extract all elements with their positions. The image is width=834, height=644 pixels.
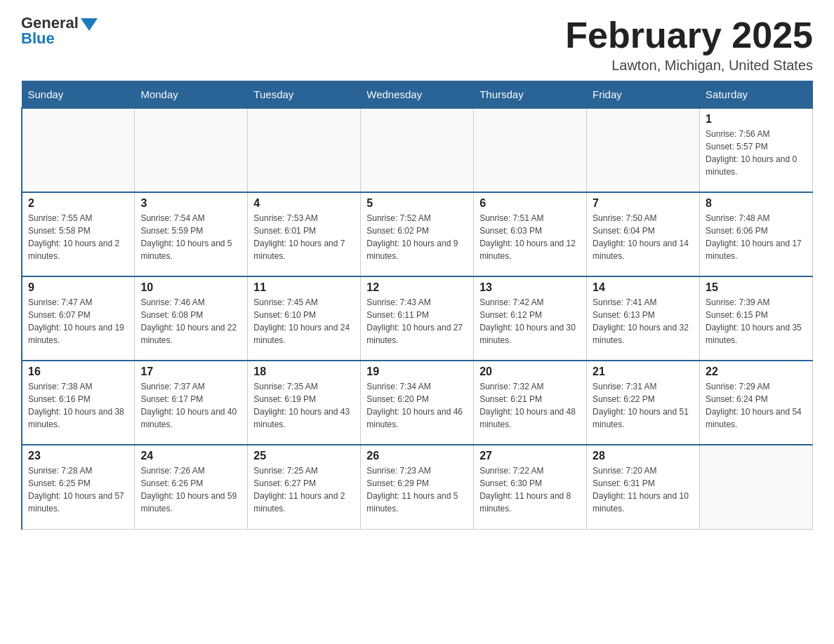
day-of-week-header: Monday	[135, 81, 248, 109]
logo: General Blue	[21, 14, 98, 48]
day-number: 7	[593, 197, 694, 210]
calendar-week-row: 9Sunrise: 7:47 AM Sunset: 6:07 PM Daylig…	[22, 276, 813, 361]
day-number: 24	[140, 450, 241, 462]
day-info: Sunrise: 7:26 AM Sunset: 6:26 PM Dayligh…	[140, 464, 241, 515]
day-number: 13	[479, 281, 581, 294]
day-info: Sunrise: 7:54 AM Sunset: 5:59 PM Dayligh…	[140, 212, 241, 262]
calendar-day-cell: 24Sunrise: 7:26 AM Sunset: 6:26 PM Dayli…	[135, 445, 248, 529]
calendar-day-cell: 11Sunrise: 7:45 AM Sunset: 6:10 PM Dayli…	[248, 276, 361, 361]
day-number: 9	[28, 281, 128, 294]
day-info: Sunrise: 7:43 AM Sunset: 6:11 PM Dayligh…	[366, 296, 468, 347]
day-number: 8	[706, 197, 807, 210]
calendar-day-cell: 21Sunrise: 7:31 AM Sunset: 6:22 PM Dayli…	[587, 361, 700, 445]
location-text: Lawton, Michigan, United States	[565, 58, 813, 74]
day-info: Sunrise: 7:34 AM Sunset: 6:20 PM Dayligh…	[366, 380, 468, 431]
day-info: Sunrise: 7:38 AM Sunset: 6:16 PM Dayligh…	[28, 380, 128, 431]
calendar-day-cell: 19Sunrise: 7:34 AM Sunset: 6:20 PM Dayli…	[361, 361, 474, 445]
day-of-week-header: Friday	[587, 81, 700, 109]
calendar-day-cell	[135, 108, 248, 192]
calendar-day-cell: 6Sunrise: 7:51 AM Sunset: 6:03 PM Daylig…	[474, 192, 587, 276]
calendar-day-cell: 12Sunrise: 7:43 AM Sunset: 6:11 PM Dayli…	[361, 276, 474, 361]
calendar-day-cell	[587, 108, 700, 192]
day-info: Sunrise: 7:37 AM Sunset: 6:17 PM Dayligh…	[140, 380, 241, 431]
day-info: Sunrise: 7:42 AM Sunset: 6:12 PM Dayligh…	[479, 296, 581, 347]
day-number: 11	[253, 281, 355, 294]
calendar-day-cell	[248, 108, 361, 192]
day-info: Sunrise: 7:32 AM Sunset: 6:21 PM Dayligh…	[479, 380, 581, 431]
day-info: Sunrise: 7:56 AM Sunset: 5:57 PM Dayligh…	[706, 128, 807, 178]
day-info: Sunrise: 7:25 AM Sunset: 6:27 PM Dayligh…	[253, 464, 355, 515]
page-header: General Blue February 2025 Lawton, Michi…	[21, 14, 813, 74]
calendar-week-row: 2Sunrise: 7:55 AM Sunset: 5:58 PM Daylig…	[22, 192, 813, 276]
day-info: Sunrise: 7:22 AM Sunset: 6:30 PM Dayligh…	[479, 464, 581, 515]
day-number: 23	[28, 450, 128, 462]
day-number: 5	[366, 197, 468, 210]
day-info: Sunrise: 7:31 AM Sunset: 6:22 PM Dayligh…	[593, 380, 694, 431]
calendar-day-cell: 22Sunrise: 7:29 AM Sunset: 6:24 PM Dayli…	[700, 361, 813, 445]
day-number: 28	[593, 450, 694, 462]
logo-arrow-icon	[81, 18, 98, 31]
calendar-day-cell: 17Sunrise: 7:37 AM Sunset: 6:17 PM Dayli…	[135, 361, 248, 445]
day-of-week-header: Thursday	[474, 81, 587, 109]
day-info: Sunrise: 7:52 AM Sunset: 6:02 PM Dayligh…	[366, 212, 468, 262]
calendar-day-cell: 23Sunrise: 7:28 AM Sunset: 6:25 PM Dayli…	[22, 445, 135, 529]
calendar-day-cell: 9Sunrise: 7:47 AM Sunset: 6:07 PM Daylig…	[22, 276, 135, 361]
calendar-week-row: 23Sunrise: 7:28 AM Sunset: 6:25 PM Dayli…	[22, 445, 813, 529]
logo-blue-text: Blue	[21, 29, 55, 48]
calendar-day-cell: 10Sunrise: 7:46 AM Sunset: 6:08 PM Dayli…	[135, 276, 248, 361]
day-number: 10	[140, 281, 241, 294]
calendar-day-cell	[361, 108, 474, 192]
calendar-day-cell: 3Sunrise: 7:54 AM Sunset: 5:59 PM Daylig…	[135, 192, 248, 276]
calendar-day-cell: 26Sunrise: 7:23 AM Sunset: 6:29 PM Dayli…	[361, 445, 474, 529]
day-info: Sunrise: 7:53 AM Sunset: 6:01 PM Dayligh…	[253, 212, 355, 262]
day-info: Sunrise: 7:47 AM Sunset: 6:07 PM Dayligh…	[28, 296, 128, 347]
day-info: Sunrise: 7:51 AM Sunset: 6:03 PM Dayligh…	[479, 212, 581, 262]
calendar-day-cell: 28Sunrise: 7:20 AM Sunset: 6:31 PM Dayli…	[587, 445, 700, 529]
day-number: 4	[253, 197, 355, 210]
day-number: 15	[706, 281, 807, 294]
day-number: 21	[593, 365, 694, 378]
calendar-day-cell: 4Sunrise: 7:53 AM Sunset: 6:01 PM Daylig…	[248, 192, 361, 276]
day-number: 20	[479, 365, 581, 378]
day-number: 25	[253, 450, 355, 462]
day-number: 22	[706, 365, 807, 378]
calendar-day-cell: 20Sunrise: 7:32 AM Sunset: 6:21 PM Dayli…	[474, 361, 587, 445]
day-number: 18	[253, 365, 355, 378]
calendar-day-cell	[474, 108, 587, 192]
day-info: Sunrise: 7:28 AM Sunset: 6:25 PM Dayligh…	[28, 464, 128, 515]
day-info: Sunrise: 7:20 AM Sunset: 6:31 PM Dayligh…	[593, 464, 694, 515]
calendar-day-cell: 2Sunrise: 7:55 AM Sunset: 5:58 PM Daylig…	[22, 192, 135, 276]
calendar-day-cell: 25Sunrise: 7:25 AM Sunset: 6:27 PM Dayli…	[248, 445, 361, 529]
calendar-day-cell: 1Sunrise: 7:56 AM Sunset: 5:57 PM Daylig…	[700, 108, 813, 192]
calendar-day-cell	[22, 108, 135, 192]
day-of-week-header: Tuesday	[248, 81, 361, 109]
day-number: 6	[479, 197, 581, 210]
day-number: 3	[140, 197, 241, 210]
calendar-table: SundayMondayTuesdayWednesdayThursdayFrid…	[21, 81, 813, 530]
calendar-day-cell: 15Sunrise: 7:39 AM Sunset: 6:15 PM Dayli…	[700, 276, 813, 361]
day-number: 12	[366, 281, 468, 294]
calendar-day-cell	[700, 445, 813, 529]
day-info: Sunrise: 7:29 AM Sunset: 6:24 PM Dayligh…	[706, 380, 807, 431]
calendar-day-cell: 14Sunrise: 7:41 AM Sunset: 6:13 PM Dayli…	[587, 276, 700, 361]
day-number: 19	[366, 365, 468, 378]
day-info: Sunrise: 7:35 AM Sunset: 6:19 PM Dayligh…	[253, 380, 355, 431]
day-of-week-header: Saturday	[700, 81, 813, 109]
day-of-week-header: Sunday	[22, 81, 135, 109]
day-info: Sunrise: 7:23 AM Sunset: 6:29 PM Dayligh…	[366, 464, 468, 515]
calendar-day-cell: 16Sunrise: 7:38 AM Sunset: 6:16 PM Dayli…	[22, 361, 135, 445]
calendar-day-cell: 8Sunrise: 7:48 AM Sunset: 6:06 PM Daylig…	[700, 192, 813, 276]
calendar-day-cell: 18Sunrise: 7:35 AM Sunset: 6:19 PM Dayli…	[248, 361, 361, 445]
day-info: Sunrise: 7:46 AM Sunset: 6:08 PM Dayligh…	[140, 296, 241, 347]
day-info: Sunrise: 7:39 AM Sunset: 6:15 PM Dayligh…	[706, 296, 807, 347]
calendar-week-row: 16Sunrise: 7:38 AM Sunset: 6:16 PM Dayli…	[22, 361, 813, 445]
calendar-week-row: 1Sunrise: 7:56 AM Sunset: 5:57 PM Daylig…	[22, 108, 813, 192]
calendar-day-cell: 27Sunrise: 7:22 AM Sunset: 6:30 PM Dayli…	[474, 445, 587, 529]
day-number: 17	[140, 365, 241, 378]
calendar-day-cell: 13Sunrise: 7:42 AM Sunset: 6:12 PM Dayli…	[474, 276, 587, 361]
calendar-day-cell: 7Sunrise: 7:50 AM Sunset: 6:04 PM Daylig…	[587, 192, 700, 276]
day-info: Sunrise: 7:41 AM Sunset: 6:13 PM Dayligh…	[593, 296, 694, 347]
day-number: 1	[706, 113, 807, 126]
month-title: February 2025	[565, 14, 813, 56]
day-info: Sunrise: 7:55 AM Sunset: 5:58 PM Dayligh…	[28, 212, 128, 262]
